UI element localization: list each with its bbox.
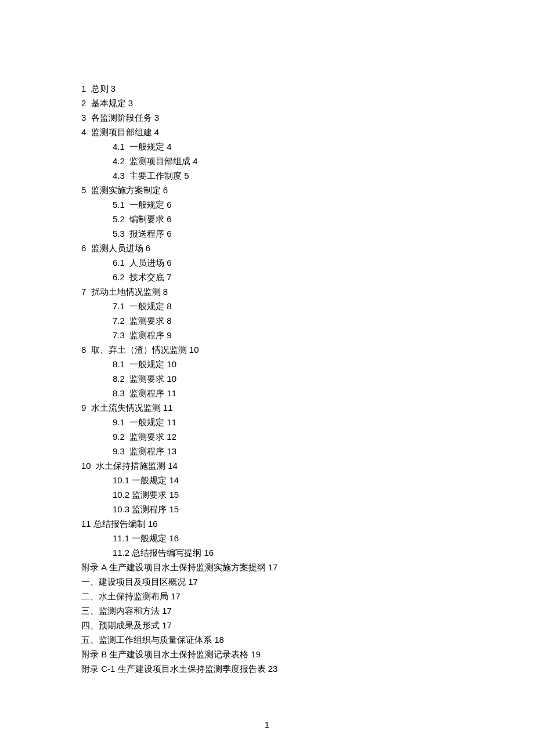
toc-entry: 10.1 一般规定 14 [81,473,453,487]
toc-entry: 6.1 人员进场 6 [81,255,453,270]
toc-entry: 附录 B 生产建设项目水土保持监测记录表格 19 [81,647,453,661]
toc-entry: 4.3 主要工作制度 5 [81,168,453,183]
toc-entry: 5 监测实施方案制定 6 [81,183,453,197]
toc-entry: 四、预期成果及形式 17 [81,618,453,632]
toc-entry: 10.2 监测要求 15 [81,487,453,502]
toc-entry: 5.2 编制要求 6 [81,212,453,226]
toc-entry: 2 基本规定 3 [81,96,453,110]
toc-entry: 10.3 监测程序 15 [81,502,453,516]
toc-entry: 5.1 一般规定 6 [81,197,453,212]
toc-entry: 11.2 总结报告编写提纲 16 [81,545,453,560]
toc-entry: 9.1 一般规定 11 [81,415,453,429]
toc-entry: 7.3 监测程序 9 [81,328,453,342]
toc-entry: 6 监测人员进场 6 [81,241,453,255]
toc-entry: 7 扰动土地情况监测 8 [81,284,453,299]
toc-entry: 8.3 监测程序 11 [81,386,453,400]
toc-entry: 7.1 一般规定 8 [81,299,453,313]
toc-entry: 1 总则 3 [81,81,453,96]
toc-entry: 附录 A 生产建设项目水土保持监测实施方案提纲 17 [81,560,453,574]
toc-entry: 三、监测内容和方法 17 [81,603,453,618]
toc-entry: 9 水土流失情况监测 11 [81,400,453,415]
toc-entry: 6.2 技术交底 7 [81,270,453,284]
toc-entry: 7.2 监测要求 8 [81,313,453,328]
toc-entry: 3 各监测阶段任务 3 [81,110,453,125]
toc-entry: 二、水土保持监测布局 17 [81,589,453,603]
toc-entry: 五、监测工作组织与质量保证体系 18 [81,632,453,647]
toc-entry: 9.2 监测要求 12 [81,429,453,444]
toc-entry: 4.1 一般规定 4 [81,139,453,154]
toc-entry: 4.2 监测项目部组成 4 [81,154,453,168]
toc-entry: 10 水土保持措施监测 14 [81,458,453,473]
toc-entry: 5.3 报送程序 6 [81,226,453,241]
toc-entry: 附录 C-1 生产建设项目水土保持监测季度报告表 23 [81,661,453,676]
page-number: 1 [0,719,534,729]
toc-entry: 11 总结报告编制 16 [81,516,453,531]
toc-entry: 一、建设项目及项目区概况 17 [81,574,453,589]
toc-entry: 8 取、弃土（渣）情况监测 10 [81,342,453,357]
toc-container: 1 总则 32 基本规定 33 各监测阶段任务 34 监测项目部组建 44.1 … [81,81,453,676]
toc-entry: 8.1 一般规定 10 [81,357,453,371]
toc-entry: 9.3 监测程序 13 [81,444,453,458]
toc-entry: 8.2 监测要求 10 [81,371,453,386]
toc-entry: 4 监测项目部组建 4 [81,125,453,139]
toc-entry: 11.1 一般规定 16 [81,531,453,545]
